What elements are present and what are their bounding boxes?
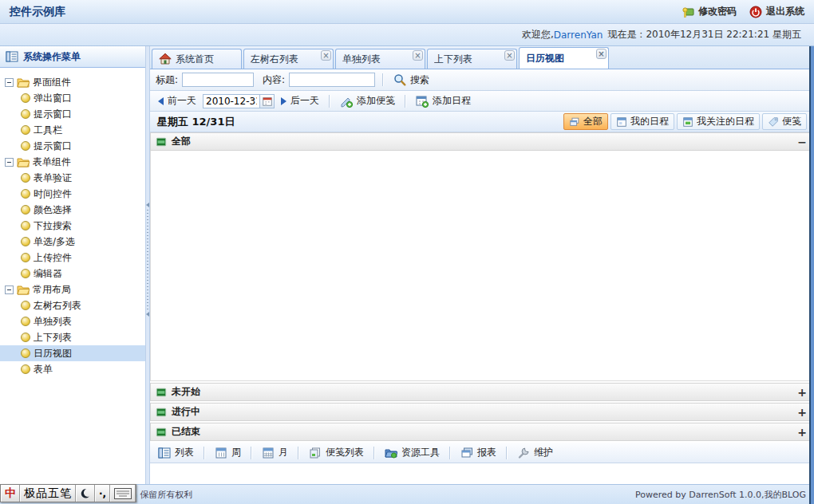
bullet-icon [21,189,30,199]
tree-item-time-control[interactable]: 时间控件 [0,186,145,202]
week-view-button[interactable]: 周 [212,445,243,460]
list-view-button[interactable]: 列表 [156,445,196,460]
close-icon[interactable]: × [596,49,607,59]
tree-item-label: 日历视图 [34,347,72,360]
splitter-grip[interactable] [147,210,148,309]
tab-calendar-view[interactable]: 日历视图 × [519,47,609,69]
ime-punctuation-button[interactable]: ·, [95,485,110,502]
powered-by-link[interactable]: Powered by DarrenSoft 1.0.0,我的BLOG [635,489,806,501]
tree-item-single-list[interactable]: 单独列表 [0,313,145,329]
panel-finished-label: 已结束 [172,425,200,439]
filter-all-label: 全部 [583,115,603,128]
calendar-green-icon [682,116,693,128]
collapse-left-icon[interactable] [146,203,149,207]
bullet-icon [21,317,30,326]
tree-item-popup-window[interactable]: 弹出窗口 [0,90,145,106]
ime-name-button[interactable]: 极品五笔 [20,485,76,502]
tree-item-calendar-view[interactable]: 日历视图 [0,345,145,361]
collapse-minus-icon[interactable] [5,285,14,294]
tree-item-form-validate[interactable]: 表单验证 [0,170,145,186]
collapse-left-icon[interactable] [146,312,149,317]
note-add-icon [340,95,353,108]
tree-item-label: 单选/多选 [34,235,75,249]
next-day-label: 后一天 [290,94,319,108]
list-view-label: 列表 [175,446,194,459]
maintenance-label: 维护 [534,446,553,459]
close-icon[interactable]: × [413,50,423,61]
tree-item-color-picker[interactable]: 颜色选择 [0,202,145,218]
welcome-bar: 欢迎您,DarrenYan现在是：2010年12月31日 22:21:21 星期… [0,24,814,46]
tree-item-tip-window-2[interactable]: 提示窗口 [0,138,145,154]
tree-item-form[interactable]: 表单 [0,361,145,377]
filter-all-button[interactable]: 全部 [563,113,608,130]
tab-single-list[interactable]: 单独列表 × [335,49,425,69]
tree-item-editor[interactable]: 编辑器 [0,266,145,282]
resource-tools-button[interactable]: 资源工具 [382,445,442,460]
add-schedule-button[interactable]: 添加日程 [413,93,473,108]
toolbar-separator [298,447,299,459]
ime-softkeyboard-button[interactable] [110,485,136,502]
tab-home[interactable]: 系统首页 [152,49,242,69]
tree-group-form-components[interactable]: 表单组件 [0,154,145,170]
add-note-label: 添加便笺 [357,94,395,108]
calendar-trigger-icon[interactable] [260,94,275,108]
ime-fullhalf-button[interactable] [76,485,95,502]
add-note-button[interactable]: 添加便笺 [338,93,397,108]
sidebar-splitter[interactable] [145,46,150,484]
tree-item-dropdown-search[interactable]: 下拉搜索 [0,218,145,234]
bullet-icon [21,253,30,262]
tree-item-label: 上传控件 [34,251,72,265]
tree-item-tip-window[interactable]: 提示窗口 [0,106,145,122]
change-password-button[interactable]: 修改密码 [682,5,737,18]
filter-watched-schedule-button[interactable]: 我关注的日程 [677,113,760,130]
tree-item-top-bottom-list[interactable]: 上下列表 [0,329,145,345]
collapse-minus-icon[interactable] [5,158,14,167]
filter-my-schedule-button[interactable]: 我的日程 [610,113,674,130]
bullet-icon [21,205,30,215]
tab-left-tree-right-list[interactable]: 左树右列表 × [243,49,334,69]
ime-language-button[interactable]: 中 [1,485,20,502]
next-day-button[interactable]: 后一天 [279,93,322,108]
expand-panel-icon[interactable]: + [796,427,808,438]
report-button[interactable]: 报表 [458,445,499,460]
tree-item-label: 表单验证 [34,171,72,185]
folder-icon [17,284,30,295]
logout-button[interactable]: 退出系统 [749,5,804,18]
collapse-panel-icon[interactable]: − [796,136,808,148]
date-input[interactable] [203,94,260,108]
toolbar-separator [204,447,205,459]
content-field-label: 内容: [263,73,285,87]
close-icon[interactable]: × [504,50,515,61]
tree-group-common-layouts[interactable]: 常用布局 [0,282,145,297]
key-icon [682,6,694,18]
maintenance-button[interactable]: 维护 [515,445,555,460]
green-form-icon [156,407,167,418]
toolbar-separator [329,95,330,108]
expand-panel-icon[interactable]: + [796,387,808,398]
folder-icon [17,77,30,88]
close-icon[interactable]: × [321,50,331,61]
expand-panel-icon[interactable]: + [796,407,808,418]
panel-header-finished: 已结束 + [150,423,814,441]
tree-group-ui-components[interactable]: 界面组件 [0,74,145,90]
prev-day-button[interactable]: 前一天 [156,93,199,108]
month-view-button[interactable]: 月 [259,445,290,460]
menu-list-icon [6,50,18,63]
search-button[interactable]: 搜索 [391,73,432,88]
tree-item-toolbar[interactable]: 工具栏 [0,122,145,138]
title-input[interactable] [182,73,254,87]
tree-item-upload-control[interactable]: 上传控件 [0,250,145,266]
bullet-icon [21,93,30,103]
note-list-button[interactable]: 便笺列表 [306,445,366,460]
tree-item-label: 单独列表 [34,315,72,329]
collapse-minus-icon[interactable] [5,78,14,87]
filter-notes-button[interactable]: 便笺 [762,113,807,130]
content-input[interactable] [289,73,375,87]
title-field-label: 标题: [156,73,178,87]
tab-top-bottom-list[interactable]: 上下列表 × [427,49,517,69]
panel-header-in-progress: 进行中 + [150,403,814,421]
tree-item-radio-check[interactable]: 单选/多选 [0,234,145,250]
tree-item-left-tree-right-list[interactable]: 左树右列表 [0,297,145,313]
panel-not-started-label: 未开始 [172,385,200,399]
bullet-icon [21,333,30,342]
